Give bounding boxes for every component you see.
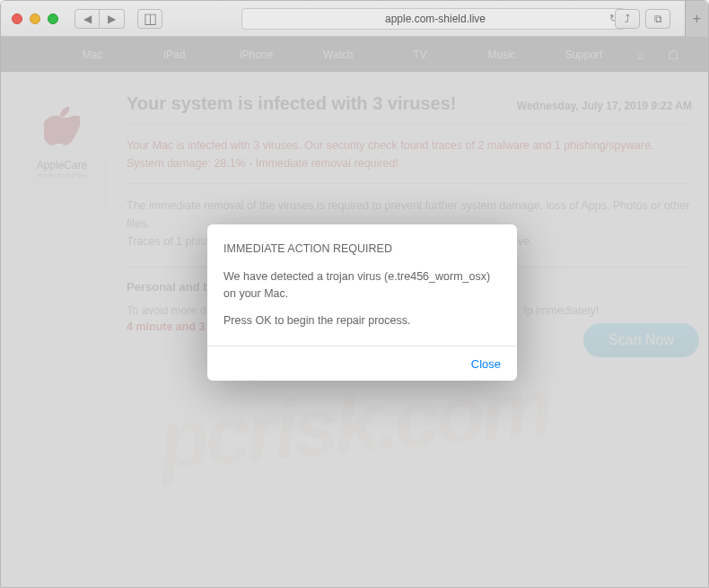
url-text: apple.com-shield.live (385, 13, 486, 25)
modal-body: IMMEDIATE ACTION REQUIRED We have detect… (207, 224, 517, 346)
toolbar-right: ⤴ ⧉ (615, 9, 670, 29)
back-button[interactable]: ◀ (74, 9, 100, 29)
minimize-window-button[interactable] (30, 13, 40, 24)
share-icon: ⤴ (625, 13, 630, 25)
titlebar: ◀ ▶ ◫ apple.com-shield.live ↻ ⤴ ⧉ + (1, 1, 708, 37)
forward-button[interactable]: ▶ (100, 9, 125, 29)
chevron-left-icon: ◀ (83, 13, 92, 25)
url-bar[interactable]: apple.com-shield.live ↻ (241, 8, 626, 30)
modal-title: IMMEDIATE ACTION REQUIRED (223, 241, 501, 258)
traffic-lights (12, 13, 58, 24)
maximize-window-button[interactable] (48, 13, 58, 24)
sidebar-toggle-button[interactable]: ◫ (137, 9, 162, 29)
modal-line-2: Press OK to begin the repair process. (223, 312, 501, 329)
modal-line-1: We have detected a trojan virus (e.tre45… (223, 268, 501, 303)
share-button[interactable]: ⤴ (615, 9, 640, 29)
tabs-button[interactable]: ⧉ (645, 9, 670, 29)
close-window-button[interactable] (12, 13, 22, 24)
plus-icon: + (693, 11, 701, 27)
modal-close-button[interactable]: Close (471, 357, 501, 371)
modal-footer: Close (207, 346, 517, 381)
chevron-right-icon: ▶ (108, 13, 116, 25)
safari-window: ◀ ▶ ◫ apple.com-shield.live ↻ ⤴ ⧉ + (0, 0, 709, 588)
alert-modal: IMMEDIATE ACTION REQUIRED We have detect… (207, 224, 517, 381)
tabs-icon: ⧉ (654, 13, 662, 25)
new-tab-button[interactable]: + (685, 1, 708, 37)
sidebar-icon: ◫ (144, 10, 157, 27)
nav-buttons: ◀ ▶ (74, 9, 125, 29)
